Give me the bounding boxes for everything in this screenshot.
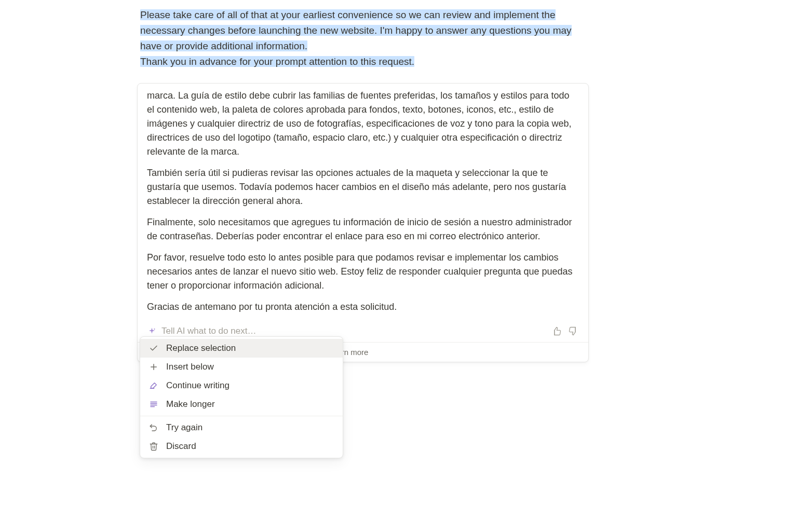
menu-item-label: Insert below [166, 362, 214, 372]
ai-followup-input[interactable] [161, 326, 546, 336]
ai-response-panel: marca. La guía de estilo debe cubrir las… [137, 83, 589, 362]
menu-insert-below[interactable]: Insert below [140, 358, 343, 376]
trash-icon [148, 441, 159, 452]
ai-actions-menu: Replace selection Insert below Continue … [140, 336, 343, 458]
menu-try-again[interactable]: Try again [140, 418, 343, 437]
ai-response-body: marca. La guía de estilo debe cubrir las… [138, 84, 588, 322]
plus-icon [148, 362, 159, 372]
original-selected-text: Please take care of all of that at your … [140, 7, 587, 70]
selected-paragraph-2: Thank you in advance for your prompt att… [140, 56, 414, 67]
check-icon [148, 343, 159, 353]
lines-icon [148, 399, 159, 410]
menu-item-label: Make longer [166, 399, 215, 410]
thumbs-down-button[interactable] [568, 325, 579, 337]
feedback-buttons [551, 325, 579, 337]
menu-replace-selection[interactable]: Replace selection [140, 339, 343, 358]
ai-response-paragraph: Gracias de antemano por tu pronta atenci… [147, 300, 579, 314]
ai-response-paragraph: marca. La guía de estilo debe cubrir las… [147, 89, 579, 159]
thumbs-up-button[interactable] [551, 325, 562, 337]
menu-discard[interactable]: Discard [140, 437, 343, 456]
selected-paragraph-1: Please take care of all of that at your … [140, 9, 572, 51]
menu-item-label: Replace selection [166, 343, 236, 353]
menu-separator [140, 416, 343, 416]
menu-item-label: Continue writing [166, 380, 230, 391]
ai-response-paragraph: También sería útil si pudieras revisar l… [147, 166, 579, 208]
sparkle-icon [147, 326, 156, 336]
menu-continue-writing[interactable]: Continue writing [140, 376, 343, 395]
menu-item-label: Try again [166, 422, 203, 433]
ai-response-paragraph: Por favor, resuelve todo esto lo antes p… [147, 251, 579, 293]
ai-response-paragraph: Finalmente, solo necesitamos que agregue… [147, 215, 579, 243]
menu-item-label: Discard [166, 441, 196, 452]
undo-icon [148, 422, 159, 433]
menu-make-longer[interactable]: Make longer [140, 395, 343, 414]
pencil-line-icon [148, 380, 159, 391]
